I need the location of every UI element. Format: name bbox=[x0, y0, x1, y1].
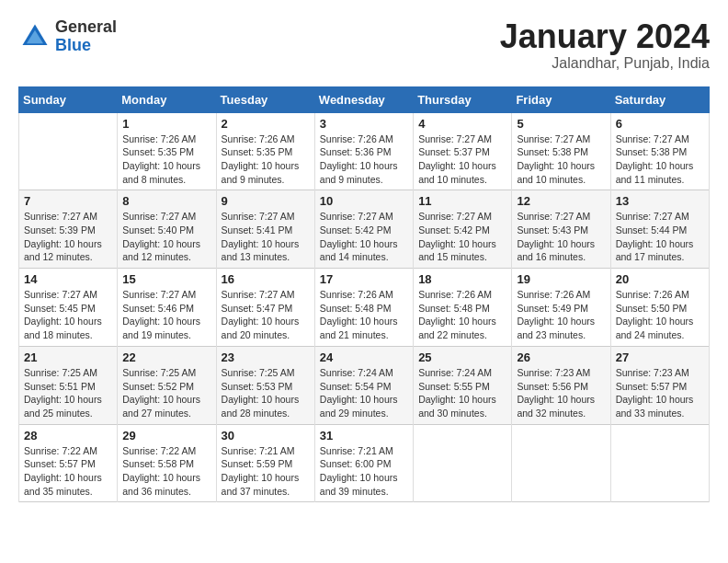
day-info: Sunrise: 7:27 AMSunset: 5:40 PMDaylight:… bbox=[122, 210, 210, 264]
day-cell: 10Sunrise: 7:27 AMSunset: 5:42 PMDayligh… bbox=[314, 190, 413, 269]
day-cell: 17Sunrise: 7:26 AMSunset: 5:48 PMDayligh… bbox=[314, 269, 413, 347]
day-cell: 2Sunrise: 7:26 AMSunset: 5:35 PMDaylight… bbox=[216, 112, 314, 190]
day-cell: 1Sunrise: 7:26 AMSunset: 5:35 PMDaylight… bbox=[118, 112, 216, 190]
day-number: 31 bbox=[320, 429, 408, 442]
day-number: 7 bbox=[24, 194, 112, 208]
day-info: Sunrise: 7:26 AMSunset: 5:35 PMDaylight:… bbox=[122, 132, 210, 187]
day-info: Sunrise: 7:26 AMSunset: 5:48 PMDaylight:… bbox=[418, 288, 506, 342]
header-row: SundayMondayTuesdayWednesdayThursdayFrid… bbox=[19, 86, 710, 112]
day-number: 22 bbox=[122, 350, 210, 364]
day-info: Sunrise: 7:27 AMSunset: 5:42 PMDaylight:… bbox=[320, 210, 408, 264]
day-number: 28 bbox=[24, 429, 112, 442]
day-info: Sunrise: 7:23 AMSunset: 5:56 PMDaylight:… bbox=[517, 366, 605, 420]
day-cell: 13Sunrise: 7:27 AMSunset: 5:44 PMDayligh… bbox=[610, 190, 709, 269]
month-title: January 2024 bbox=[500, 18, 710, 55]
day-info: Sunrise: 7:27 AMSunset: 5:39 PMDaylight:… bbox=[24, 210, 112, 264]
day-info: Sunrise: 7:27 AMSunset: 5:43 PMDaylight:… bbox=[517, 210, 605, 264]
day-info: Sunrise: 7:27 AMSunset: 5:45 PMDaylight:… bbox=[24, 288, 112, 342]
day-info: Sunrise: 7:27 AMSunset: 5:47 PMDaylight:… bbox=[222, 288, 310, 342]
day-info: Sunrise: 7:21 AMSunset: 6:00 PMDaylight:… bbox=[320, 444, 408, 499]
day-info: Sunrise: 7:27 AMSunset: 5:46 PMDaylight:… bbox=[122, 288, 210, 342]
day-number: 30 bbox=[222, 429, 310, 442]
week-row-5: 28Sunrise: 7:22 AMSunset: 5:57 PMDayligh… bbox=[19, 424, 710, 502]
day-info: Sunrise: 7:21 AMSunset: 5:59 PMDaylight:… bbox=[222, 444, 310, 499]
day-cell: 15Sunrise: 7:27 AMSunset: 5:46 PMDayligh… bbox=[118, 269, 216, 347]
day-info: Sunrise: 7:26 AMSunset: 5:48 PMDaylight:… bbox=[320, 288, 408, 342]
day-number: 1 bbox=[122, 117, 210, 131]
day-info: Sunrise: 7:27 AMSunset: 5:38 PMDaylight:… bbox=[616, 132, 704, 187]
day-number: 15 bbox=[122, 272, 210, 286]
day-number: 8 bbox=[122, 194, 210, 208]
day-number: 23 bbox=[222, 350, 310, 364]
day-cell: 20Sunrise: 7:26 AMSunset: 5:50 PMDayligh… bbox=[610, 269, 709, 347]
day-info: Sunrise: 7:22 AMSunset: 5:58 PMDaylight:… bbox=[122, 444, 210, 499]
header-day-saturday: Saturday bbox=[610, 86, 709, 112]
day-cell: 8Sunrise: 7:27 AMSunset: 5:40 PMDaylight… bbox=[118, 190, 216, 269]
day-cell: 7Sunrise: 7:27 AMSunset: 5:39 PMDaylight… bbox=[19, 190, 118, 269]
day-info: Sunrise: 7:25 AMSunset: 5:52 PMDaylight:… bbox=[122, 366, 210, 420]
location: Jalandhar, Punjab, India bbox=[500, 55, 710, 72]
day-number: 3 bbox=[320, 117, 408, 131]
logo: General Blue bbox=[18, 18, 117, 55]
day-cell: 18Sunrise: 7:26 AMSunset: 5:48 PMDayligh… bbox=[414, 269, 512, 347]
day-number: 20 bbox=[616, 272, 704, 286]
day-number: 21 bbox=[24, 350, 112, 364]
day-cell: 4Sunrise: 7:27 AMSunset: 5:37 PMDaylight… bbox=[414, 112, 512, 190]
day-info: Sunrise: 7:26 AMSunset: 5:36 PMDaylight:… bbox=[320, 132, 408, 187]
day-cell: 19Sunrise: 7:26 AMSunset: 5:49 PMDayligh… bbox=[512, 269, 610, 347]
day-number: 4 bbox=[418, 117, 506, 131]
day-cell: 3Sunrise: 7:26 AMSunset: 5:36 PMDaylight… bbox=[314, 112, 413, 190]
day-cell bbox=[512, 424, 610, 502]
day-number: 10 bbox=[320, 194, 408, 208]
logo-icon bbox=[18, 20, 51, 53]
day-number: 25 bbox=[418, 350, 506, 364]
week-row-1: 1Sunrise: 7:26 AMSunset: 5:35 PMDaylight… bbox=[19, 112, 710, 190]
day-cell: 6Sunrise: 7:27 AMSunset: 5:38 PMDaylight… bbox=[610, 112, 709, 190]
day-info: Sunrise: 7:27 AMSunset: 5:41 PMDaylight:… bbox=[222, 210, 310, 264]
day-number: 29 bbox=[122, 429, 210, 442]
day-cell: 14Sunrise: 7:27 AMSunset: 5:45 PMDayligh… bbox=[19, 269, 118, 347]
day-cell: 9Sunrise: 7:27 AMSunset: 5:41 PMDaylight… bbox=[216, 190, 314, 269]
week-row-3: 14Sunrise: 7:27 AMSunset: 5:45 PMDayligh… bbox=[19, 269, 710, 347]
day-info: Sunrise: 7:25 AMSunset: 5:53 PMDaylight:… bbox=[222, 366, 310, 420]
day-info: Sunrise: 7:24 AMSunset: 5:55 PMDaylight:… bbox=[418, 366, 506, 420]
day-number: 11 bbox=[418, 194, 506, 208]
day-number: 26 bbox=[517, 350, 605, 364]
logo-text: General Blue bbox=[55, 18, 117, 55]
header-day-sunday: Sunday bbox=[19, 86, 118, 112]
logo-blue-text: Blue bbox=[55, 37, 117, 55]
day-cell: 31Sunrise: 7:21 AMSunset: 6:00 PMDayligh… bbox=[314, 424, 413, 502]
header-day-friday: Friday bbox=[512, 86, 610, 112]
day-info: Sunrise: 7:27 AMSunset: 5:38 PMDaylight:… bbox=[517, 132, 605, 187]
day-cell: 28Sunrise: 7:22 AMSunset: 5:57 PMDayligh… bbox=[19, 424, 118, 502]
calendar-table: SundayMondayTuesdayWednesdayThursdayFrid… bbox=[18, 86, 710, 503]
day-cell: 25Sunrise: 7:24 AMSunset: 5:55 PMDayligh… bbox=[414, 346, 512, 424]
day-cell: 26Sunrise: 7:23 AMSunset: 5:56 PMDayligh… bbox=[512, 346, 610, 424]
day-number: 19 bbox=[517, 272, 605, 286]
day-cell: 16Sunrise: 7:27 AMSunset: 5:47 PMDayligh… bbox=[216, 269, 314, 347]
day-info: Sunrise: 7:24 AMSunset: 5:54 PMDaylight:… bbox=[320, 366, 408, 420]
day-cell bbox=[19, 112, 118, 190]
day-info: Sunrise: 7:27 AMSunset: 5:37 PMDaylight:… bbox=[418, 132, 506, 187]
day-number: 17 bbox=[320, 272, 408, 286]
header-day-thursday: Thursday bbox=[414, 86, 512, 112]
day-info: Sunrise: 7:25 AMSunset: 5:51 PMDaylight:… bbox=[24, 366, 112, 420]
day-info: Sunrise: 7:22 AMSunset: 5:57 PMDaylight:… bbox=[24, 444, 112, 499]
day-info: Sunrise: 7:27 AMSunset: 5:44 PMDaylight:… bbox=[616, 210, 704, 264]
day-number: 6 bbox=[616, 117, 704, 131]
day-number: 2 bbox=[222, 117, 310, 131]
day-info: Sunrise: 7:26 AMSunset: 5:50 PMDaylight:… bbox=[616, 288, 704, 342]
day-cell: 24Sunrise: 7:24 AMSunset: 5:54 PMDayligh… bbox=[314, 346, 413, 424]
day-number: 9 bbox=[222, 194, 310, 208]
day-info: Sunrise: 7:26 AMSunset: 5:49 PMDaylight:… bbox=[517, 288, 605, 342]
day-cell: 23Sunrise: 7:25 AMSunset: 5:53 PMDayligh… bbox=[216, 346, 314, 424]
day-cell: 27Sunrise: 7:23 AMSunset: 5:57 PMDayligh… bbox=[610, 346, 709, 424]
day-number: 16 bbox=[222, 272, 310, 286]
header-day-monday: Monday bbox=[118, 86, 216, 112]
day-cell: 22Sunrise: 7:25 AMSunset: 5:52 PMDayligh… bbox=[118, 346, 216, 424]
header-day-tuesday: Tuesday bbox=[216, 86, 314, 112]
title-block: January 2024 Jalandhar, Punjab, India bbox=[500, 18, 710, 72]
day-cell bbox=[414, 424, 512, 502]
logo-general-text: General bbox=[55, 18, 117, 37]
day-cell: 30Sunrise: 7:21 AMSunset: 5:59 PMDayligh… bbox=[216, 424, 314, 502]
